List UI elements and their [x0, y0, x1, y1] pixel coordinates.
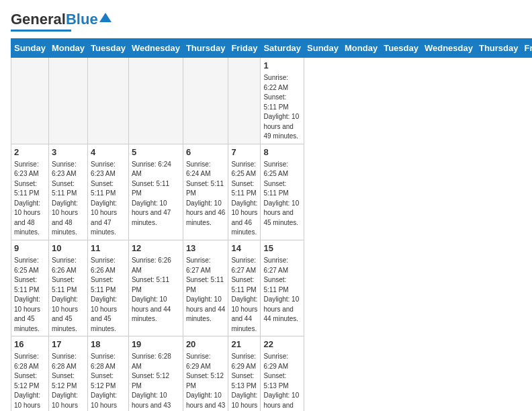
day-info: Sunrise: 6:27 AM Sunset: 5:11 PM Dayligh… [263, 256, 301, 324]
calendar-cell [11, 58, 49, 144]
day-info: Sunrise: 6:27 AM Sunset: 5:11 PM Dayligh… [186, 256, 226, 324]
calendar-cell: 4Sunrise: 6:23 AM Sunset: 5:11 PM Daylig… [88, 144, 129, 240]
logo: General Blue [11, 11, 112, 32]
day-number: 10 [52, 242, 85, 255]
day-info: Sunrise: 6:25 AM Sunset: 5:11 PM Dayligh… [231, 160, 257, 238]
calendar-cell: 3Sunrise: 6:23 AM Sunset: 5:11 PM Daylig… [48, 144, 87, 240]
calendar-cell: 20Sunrise: 6:29 AM Sunset: 5:12 PM Dayli… [183, 336, 228, 411]
calendar-cell: 9Sunrise: 6:25 AM Sunset: 5:11 PM Daylig… [11, 240, 49, 336]
calendar-cell [88, 58, 129, 144]
day-info: Sunrise: 6:25 AM Sunset: 5:11 PM Dayligh… [263, 160, 301, 228]
day-number: 8 [263, 146, 301, 158]
day-number: 5 [132, 146, 180, 158]
calendar-cell: 6Sunrise: 6:24 AM Sunset: 5:11 PM Daylig… [183, 144, 228, 240]
day-number: 6 [186, 146, 226, 158]
day-info: Sunrise: 6:26 AM Sunset: 5:11 PM Dayligh… [132, 256, 180, 324]
day-number: 2 [14, 146, 46, 158]
day-number: 14 [231, 242, 257, 255]
day-number: 4 [91, 146, 126, 158]
svg-marker-0 [99, 13, 112, 22]
day-header-tuesday: Tuesday [381, 39, 422, 58]
day-header-sunday: Sunday [304, 39, 342, 58]
day-info: Sunrise: 6:23 AM Sunset: 5:11 PM Dayligh… [52, 160, 85, 238]
day-header-thursday: Thursday [476, 39, 521, 58]
day-number: 17 [52, 338, 85, 351]
day-info: Sunrise: 6:25 AM Sunset: 5:11 PM Dayligh… [14, 256, 46, 334]
day-info: Sunrise: 6:24 AM Sunset: 5:11 PM Dayligh… [186, 160, 226, 228]
calendar-cell: 12Sunrise: 6:26 AM Sunset: 5:11 PM Dayli… [128, 240, 183, 336]
calendar-cell [128, 58, 183, 144]
calendar-cell: 15Sunrise: 6:27 AM Sunset: 5:11 PM Dayli… [261, 240, 304, 336]
day-number: 3 [52, 146, 85, 158]
day-info: Sunrise: 6:26 AM Sunset: 5:11 PM Dayligh… [91, 256, 126, 334]
day-info: Sunrise: 6:29 AM Sunset: 5:13 PM Dayligh… [263, 352, 301, 411]
day-info: Sunrise: 6:29 AM Sunset: 5:12 PM Dayligh… [186, 352, 226, 411]
day-number: 13 [186, 242, 226, 255]
calendar-week-row: 1Sunrise: 6:22 AM Sunset: 5:11 PM Daylig… [11, 58, 533, 144]
day-info: Sunrise: 6:22 AM Sunset: 5:11 PM Dayligh… [263, 73, 301, 142]
day-header-saturday: Saturday [261, 39, 304, 58]
day-info: Sunrise: 6:28 AM Sunset: 5:12 PM Dayligh… [52, 352, 85, 411]
calendar-week-row: 2Sunrise: 6:23 AM Sunset: 5:11 PM Daylig… [11, 144, 533, 240]
calendar-cell [183, 58, 228, 144]
calendar-cell: 16Sunrise: 6:28 AM Sunset: 5:12 PM Dayli… [11, 336, 49, 411]
day-number: 9 [14, 242, 46, 255]
calendar-header-row: SundayMondayTuesdayWednesdayThursdayFrid… [11, 39, 533, 58]
day-number: 11 [91, 242, 126, 255]
day-info: Sunrise: 6:28 AM Sunset: 5:12 PM Dayligh… [132, 352, 180, 411]
day-header-wednesday: Wednesday [128, 39, 183, 58]
calendar-cell: 5Sunrise: 6:24 AM Sunset: 5:11 PM Daylig… [128, 144, 183, 240]
day-info: Sunrise: 6:26 AM Sunset: 5:11 PM Dayligh… [52, 256, 85, 334]
header: General Blue [11, 11, 521, 32]
calendar-cell: 13Sunrise: 6:27 AM Sunset: 5:11 PM Dayli… [183, 240, 228, 336]
day-header-monday: Monday [48, 39, 87, 58]
calendar-cell: 22Sunrise: 6:29 AM Sunset: 5:13 PM Dayli… [261, 336, 304, 411]
calendar-week-row: 9Sunrise: 6:25 AM Sunset: 5:11 PM Daylig… [11, 240, 533, 336]
day-number: 19 [132, 338, 180, 351]
calendar-table: SundayMondayTuesdayWednesdayThursdayFrid… [11, 38, 532, 411]
day-header-friday: Friday [228, 39, 261, 58]
day-number: 1 [263, 60, 301, 72]
day-number: 22 [263, 338, 301, 351]
day-info: Sunrise: 6:28 AM Sunset: 5:12 PM Dayligh… [14, 352, 46, 411]
calendar-cell: 11Sunrise: 6:26 AM Sunset: 5:11 PM Dayli… [88, 240, 129, 336]
day-header-thursday: Thursday [183, 39, 228, 58]
day-number: 18 [91, 338, 126, 351]
day-number: 20 [186, 338, 226, 351]
day-number: 7 [231, 146, 257, 158]
calendar-cell [228, 58, 261, 144]
day-number: 15 [263, 242, 301, 255]
day-header-tuesday: Tuesday [88, 39, 129, 58]
day-info: Sunrise: 6:27 AM Sunset: 5:11 PM Dayligh… [231, 256, 257, 334]
calendar-cell [48, 58, 87, 144]
day-header-friday: Friday [521, 39, 532, 58]
calendar-cell: 8Sunrise: 6:25 AM Sunset: 5:11 PM Daylig… [261, 144, 304, 240]
day-info: Sunrise: 6:24 AM Sunset: 5:11 PM Dayligh… [132, 160, 180, 228]
calendar-cell: 7Sunrise: 6:25 AM Sunset: 5:11 PM Daylig… [228, 144, 261, 240]
day-info: Sunrise: 6:29 AM Sunset: 5:13 PM Dayligh… [231, 352, 257, 411]
calendar-week-row: 16Sunrise: 6:28 AM Sunset: 5:12 PM Dayli… [11, 336, 533, 411]
calendar-cell: 2Sunrise: 6:23 AM Sunset: 5:11 PM Daylig… [11, 144, 49, 240]
calendar-cell: 1Sunrise: 6:22 AM Sunset: 5:11 PM Daylig… [261, 58, 304, 144]
logo-blue: Blue [66, 11, 98, 28]
calendar-cell: 10Sunrise: 6:26 AM Sunset: 5:11 PM Dayli… [48, 240, 87, 336]
calendar-cell: 17Sunrise: 6:28 AM Sunset: 5:12 PM Dayli… [48, 336, 87, 411]
calendar-cell: 14Sunrise: 6:27 AM Sunset: 5:11 PM Dayli… [228, 240, 261, 336]
logo-triangle-icon [99, 11, 112, 24]
day-info: Sunrise: 6:23 AM Sunset: 5:11 PM Dayligh… [14, 160, 46, 238]
day-number: 16 [14, 338, 46, 351]
calendar-cell: 21Sunrise: 6:29 AM Sunset: 5:13 PM Dayli… [228, 336, 261, 411]
logo-general: General [11, 11, 66, 28]
calendar-cell: 18Sunrise: 6:28 AM Sunset: 5:12 PM Dayli… [88, 336, 129, 411]
day-number: 21 [231, 338, 257, 351]
day-header-wednesday: Wednesday [421, 39, 476, 58]
day-header-monday: Monday [342, 39, 381, 58]
day-info: Sunrise: 6:23 AM Sunset: 5:11 PM Dayligh… [91, 160, 126, 238]
calendar-cell: 19Sunrise: 6:28 AM Sunset: 5:12 PM Dayli… [128, 336, 183, 411]
day-info: Sunrise: 6:28 AM Sunset: 5:12 PM Dayligh… [91, 352, 126, 411]
day-header-sunday: Sunday [11, 39, 49, 58]
day-number: 12 [132, 242, 180, 255]
